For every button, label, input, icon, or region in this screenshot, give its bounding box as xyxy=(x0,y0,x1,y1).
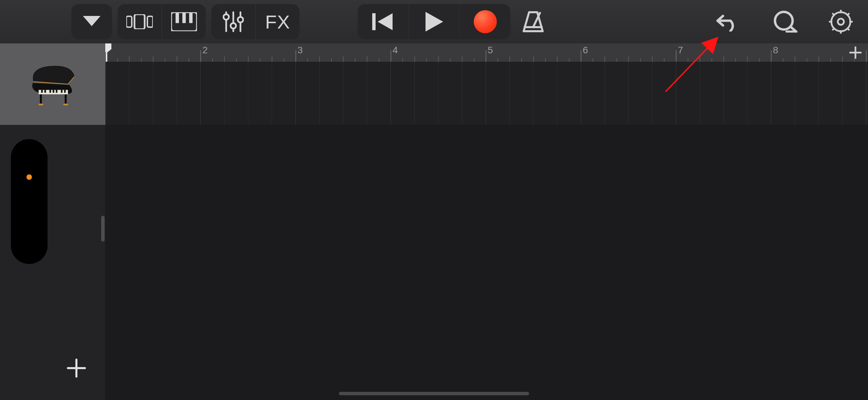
grid-bar-line xyxy=(771,62,771,125)
grid-beat-line xyxy=(818,62,819,125)
svg-line-29 xyxy=(847,13,849,16)
svg-rect-3 xyxy=(147,16,153,27)
ruler-bar-label: 4 xyxy=(393,45,398,56)
svg-line-30 xyxy=(832,28,835,30)
grid-beat-line xyxy=(153,62,153,125)
ruler-beat-tick xyxy=(700,56,700,62)
grid-beat-line xyxy=(272,62,272,125)
ruler-bar-label: 5 xyxy=(488,45,493,56)
ruler-beat-tick xyxy=(842,56,843,62)
ruler-sub-tick xyxy=(212,58,213,62)
toolbar-right xyxy=(715,0,854,43)
ruler-sub-tick xyxy=(141,58,142,62)
grid-beat-line xyxy=(795,62,795,125)
grid-beat-line xyxy=(343,62,343,125)
ruler-sub-tick xyxy=(450,58,451,62)
svg-rect-35 xyxy=(44,90,46,93)
metronome-button[interactable] xyxy=(520,8,547,35)
grid-beat-line xyxy=(557,62,557,125)
pitch-indicator xyxy=(26,174,32,180)
loop-browser-button[interactable] xyxy=(771,8,798,35)
ruler-sub-tick xyxy=(593,58,593,62)
home-indicator xyxy=(339,392,529,395)
tracks-view-button[interactable] xyxy=(117,4,162,39)
tracks-icon xyxy=(126,14,153,29)
loop-icon xyxy=(772,11,797,33)
ruler-bar-label: 2 xyxy=(202,45,208,56)
svg-point-44 xyxy=(63,103,68,106)
settings-button[interactable] xyxy=(827,8,854,35)
svg-rect-7 xyxy=(189,12,193,23)
add-track-button[interactable] xyxy=(61,353,92,383)
track-controls-button[interactable] xyxy=(211,4,255,39)
svg-point-22 xyxy=(838,19,844,25)
track-lane-piano[interactable] xyxy=(105,62,868,125)
ruler-sub-tick xyxy=(117,58,118,62)
grid-beat-line xyxy=(248,62,248,125)
ruler-sub-tick xyxy=(807,58,807,62)
svg-point-13 xyxy=(238,17,243,22)
keyboard-view-button[interactable] xyxy=(162,4,206,39)
svg-rect-36 xyxy=(50,90,51,93)
rewind-button[interactable] xyxy=(358,4,409,39)
plus-icon xyxy=(67,358,86,378)
ruler-bar-label: 3 xyxy=(297,45,303,56)
timeline-ruler[interactable]: 2345678 xyxy=(105,43,868,62)
ruler-sub-tick xyxy=(664,58,665,62)
track-header-piano[interactable] xyxy=(0,43,105,125)
grid-beat-line xyxy=(224,62,224,125)
undo-button[interactable] xyxy=(715,8,742,35)
ruler-sub-tick xyxy=(355,58,356,62)
metronome-icon xyxy=(521,10,545,33)
ruler-sub-tick xyxy=(260,58,260,62)
svg-marker-16 xyxy=(426,12,443,32)
ruler-sub-tick xyxy=(545,58,546,62)
svg-marker-0 xyxy=(83,16,101,26)
fx-button[interactable]: FX xyxy=(255,4,300,39)
ruler-sub-tick xyxy=(640,58,641,62)
ruler-sub-tick xyxy=(616,58,617,62)
ruler-beat-tick xyxy=(533,56,534,62)
ruler-bar-tick xyxy=(771,50,772,62)
grid-beat-line xyxy=(747,62,747,125)
piano-keys-icon xyxy=(171,12,197,31)
svg-rect-42 xyxy=(65,94,67,104)
ruler-bar-tick xyxy=(486,50,486,62)
record-icon xyxy=(474,10,497,33)
ruler-sub-tick xyxy=(307,58,308,62)
svg-point-43 xyxy=(38,103,43,106)
add-section-button[interactable] xyxy=(848,45,863,60)
ruler-sub-tick xyxy=(498,58,498,62)
grid-beat-line xyxy=(367,62,367,125)
ruler-beat-tick xyxy=(747,56,748,62)
pitch-wheel[interactable] xyxy=(11,139,48,264)
top-toolbar: FX xyxy=(0,0,868,43)
grid-beat-line xyxy=(462,62,462,125)
grid-bar-line xyxy=(486,62,486,125)
svg-rect-14 xyxy=(372,13,376,30)
grid-beat-line xyxy=(723,62,724,125)
ruler-beat-tick xyxy=(224,56,225,62)
svg-rect-38 xyxy=(56,90,57,93)
ruler-beat-tick xyxy=(438,56,439,62)
view-dropdown-button[interactable] xyxy=(71,4,112,39)
ruler-sub-tick xyxy=(783,58,783,62)
record-button[interactable] xyxy=(459,4,510,39)
grid-beat-line xyxy=(700,62,700,125)
ruler-sub-tick xyxy=(236,58,237,62)
grid-beat-line xyxy=(533,62,534,125)
ruler-bar-tick xyxy=(200,50,201,62)
svg-rect-37 xyxy=(53,90,54,93)
svg-rect-2 xyxy=(134,14,145,29)
ruler-beat-tick xyxy=(153,56,153,62)
grid-bar-line xyxy=(866,62,866,125)
grid-bar-line xyxy=(295,62,296,125)
view-mode-group xyxy=(117,4,206,39)
play-button[interactable] xyxy=(409,4,459,39)
ruler-bar-tick xyxy=(391,50,391,62)
ruler-beat-tick xyxy=(557,56,558,62)
ruler-bar-label: 6 xyxy=(583,45,588,56)
grid-bar-line xyxy=(581,62,581,125)
grid-beat-line xyxy=(628,62,629,125)
grid-bar-line xyxy=(676,62,676,125)
